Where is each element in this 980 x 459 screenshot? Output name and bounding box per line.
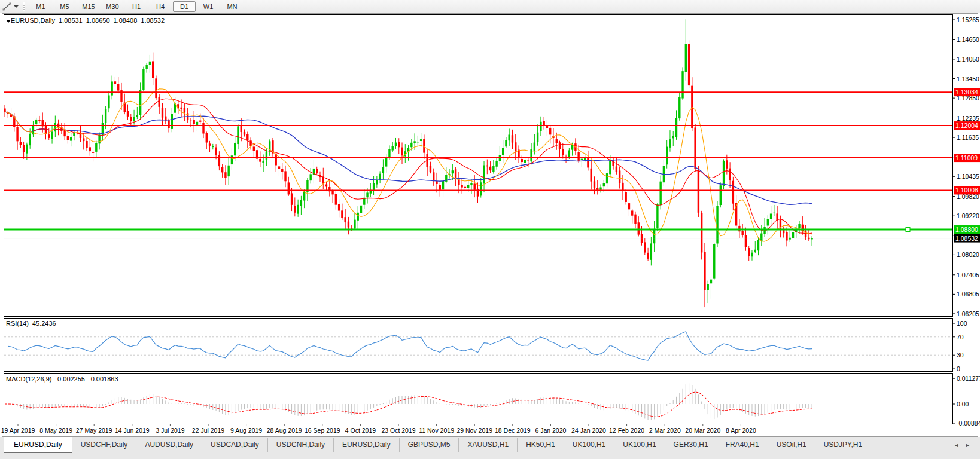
svg-text:12 Feb 2020: 12 Feb 2020	[609, 427, 644, 434]
svg-text:9 Aug 2019: 9 Aug 2019	[230, 427, 262, 434]
svg-text:70: 70	[957, 333, 964, 341]
chart-tab-5-eurusd-daily[interactable]: EURUSD,Daily	[333, 438, 399, 452]
timeframe-button-W1[interactable]: W1	[197, 1, 220, 12]
macd-value-main: -0.002255	[55, 375, 85, 382]
timeframe-button-M15[interactable]: M15	[77, 1, 100, 12]
svg-text:1.06805: 1.06805	[957, 290, 979, 298]
chart-tab-0-eurusd-daily[interactable]: EURUSD,Daily	[4, 437, 72, 453]
svg-text:1.08800: 1.08800	[955, 226, 978, 233]
symbol-dropdown-icon[interactable]	[6, 20, 11, 23]
timeframe-toolbar: M1M5M15M30H1H4D1W1MN	[29, 1, 244, 12]
main-pane[interactable]	[4, 15, 953, 317]
svg-text:8 Apr 2020: 8 Apr 2020	[726, 427, 756, 434]
ohlc-high: 1.08650	[86, 17, 110, 24]
macd-label: MACD(12,26,9)	[6, 375, 51, 382]
svg-text:1.08532: 1.08532	[955, 235, 978, 242]
svg-text:30: 30	[957, 351, 964, 359]
chart-tab-8-hk50-h1[interactable]: HK50,H1	[517, 438, 564, 452]
chart-tab-1-usdchf-daily[interactable]: USDCHF,Daily	[72, 438, 136, 452]
ohlc-close: 1.08532	[141, 17, 165, 24]
svg-text:3 Jul 2019: 3 Jul 2019	[156, 427, 185, 434]
tab-scroll-left-icon[interactable]: ◄	[954, 442, 965, 448]
chart-tab-2-audusd-daily[interactable]: AUDUSD,Daily	[136, 438, 202, 452]
svg-text:1.13450: 1.13450	[957, 75, 979, 82]
svg-text:6 Jan 2020: 6 Jan 2020	[535, 427, 566, 434]
svg-text:1.07405: 1.07405	[957, 271, 979, 279]
svg-text:1.06205: 1.06205	[957, 310, 979, 317]
svg-text:1.14650: 1.14650	[957, 36, 979, 43]
chart-tab-12-fra40-h1[interactable]: FRA40,H1	[717, 438, 768, 452]
top-toolbar: M1M5M15M30H1H4D1W1MN	[0, 0, 980, 13]
svg-text:8 May 2019: 8 May 2019	[39, 427, 72, 434]
timeframe-button-D1[interactable]: D1	[173, 1, 196, 12]
chart-tab-14-usdjpy-h1[interactable]: USDJPY,H1	[815, 438, 871, 452]
svg-text:11 Nov 2019: 11 Nov 2019	[419, 427, 454, 434]
svg-text:14 Jun 2019: 14 Jun 2019	[115, 427, 150, 434]
svg-text:1.10435: 1.10435	[957, 173, 979, 180]
chart-canvas[interactable]: 1.152651.146501.140501.134501.128501.122…	[0, 0, 980, 459]
svg-text:22 Jul 2019: 22 Jul 2019	[192, 427, 224, 434]
timeframe-button-M1[interactable]: M1	[29, 1, 52, 12]
timeframe-button-H1[interactable]: H1	[125, 1, 148, 12]
svg-text:18 Dec 2019: 18 Dec 2019	[495, 427, 531, 434]
svg-text:19 Apr 2019: 19 Apr 2019	[1, 427, 35, 434]
toolbar-separator	[249, 2, 249, 11]
svg-text:29 Nov 2019: 29 Nov 2019	[456, 427, 492, 434]
rsi-pane[interactable]	[4, 319, 953, 372]
green-line-handle[interactable]	[906, 228, 910, 232]
chart-title: EURUSD,Daily1.085311.086501.084081.08532	[6, 17, 165, 24]
ohlc-low: 1.08408	[114, 17, 138, 24]
toolbar-dropdown-caret-icon[interactable]	[14, 5, 19, 8]
svg-text:23 Oct 2019: 23 Oct 2019	[381, 427, 415, 434]
svg-text:20 Mar 2020: 20 Mar 2020	[685, 427, 720, 434]
chart-tab-9-uk100-h1[interactable]: UK100,H1	[564, 438, 614, 452]
chart-tab-4-usdcnh-daily[interactable]: USDCNH,Daily	[267, 438, 333, 452]
macd-title: MACD(12,26,9)-0.002255-0.001863	[6, 375, 118, 382]
svg-text:0.011277: 0.011277	[957, 375, 980, 382]
svg-text:4 Oct 2019: 4 Oct 2019	[345, 427, 376, 434]
svg-text:1.10008: 1.10008	[955, 186, 978, 194]
svg-text:1.14050: 1.14050	[957, 56, 979, 63]
macd-value-signal: -0.001863	[89, 375, 118, 382]
svg-text:0.00: 0.00	[957, 400, 969, 408]
chart-tabbar: EURUSD,DailyUSDCHF,DailyAUDUSD,DailyUSDC…	[0, 437, 980, 459]
svg-text:1.08020: 1.08020	[957, 251, 979, 258]
line-studies-icon[interactable]	[2, 2, 13, 11]
svg-text:0: 0	[957, 365, 960, 372]
svg-text:16 Sep 2019: 16 Sep 2019	[305, 427, 340, 434]
svg-text:1.12004: 1.12004	[955, 122, 978, 129]
svg-text:1.12235: 1.12235	[957, 115, 979, 122]
chart-tab-6-gbpusd-m5[interactable]: GBPUSD,M5	[399, 438, 459, 452]
svg-text:28 Aug 2019: 28 Aug 2019	[267, 427, 302, 434]
chart-symbol-label: EURUSD,Daily	[11, 17, 55, 24]
rsi-title: RSI(14)45.2436	[6, 320, 56, 327]
chart-tab-7-xauusd-h1[interactable]: XAUUSD,H1	[458, 438, 517, 452]
toolbar-grip[interactable]	[22, 2, 25, 11]
timeframe-button-MN[interactable]: MN	[221, 1, 244, 12]
svg-text:27 May 2019: 27 May 2019	[76, 427, 112, 434]
svg-text:100: 100	[957, 320, 967, 327]
chart-tab-13-usoil-h1[interactable]: USOil,H1	[768, 438, 815, 452]
tab-scroll-right-icon[interactable]: ►	[965, 442, 976, 448]
svg-text:24 Jan 2020: 24 Jan 2020	[571, 427, 606, 434]
svg-text:2 Mar 2020: 2 Mar 2020	[649, 427, 681, 434]
chart-tab-10-uk100-h1[interactable]: UK100,H1	[614, 438, 664, 452]
chart-tab-3-usdcad-daily[interactable]: USDCAD,Daily	[202, 438, 267, 452]
timeframe-button-H4[interactable]: H4	[149, 1, 172, 12]
rsi-label: RSI(14)	[6, 320, 29, 327]
svg-text:1.15265: 1.15265	[957, 16, 979, 23]
rsi-value: 45.2436	[32, 320, 56, 327]
ohlc-open: 1.08531	[59, 17, 83, 24]
timeframe-button-M30[interactable]: M30	[101, 1, 124, 12]
svg-text:-0.008845: -0.008845	[957, 420, 980, 427]
svg-text:1.09220: 1.09220	[957, 212, 979, 219]
timeframe-button-M5[interactable]: M5	[53, 1, 76, 12]
macd-pane[interactable]	[4, 374, 953, 424]
svg-text:1.11009: 1.11009	[955, 154, 978, 161]
svg-text:1.13034: 1.13034	[955, 88, 978, 96]
svg-text:1.11635: 1.11635	[957, 134, 979, 141]
chart-tab-11-ger30-h1[interactable]: GER30,H1	[665, 438, 717, 452]
